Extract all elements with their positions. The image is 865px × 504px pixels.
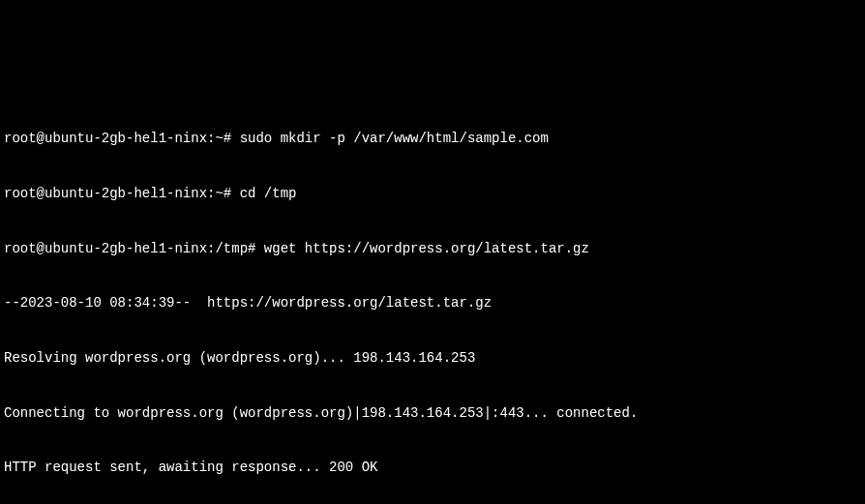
terminal-line: Resolving wordpress.org (wordpress.org).… [4,349,861,368]
terminal-line: --2023-08-10 08:34:39-- https://wordpres… [4,294,861,312]
terminal-line: Connecting to wordpress.org (wordpress.o… [4,404,861,423]
terminal-line: root@ubuntu-2gb-hel1-ninx:~# cd /tmp [4,185,861,203]
terminal-line: HTTP request sent, awaiting response... … [4,459,861,477]
terminal-line: root@ubuntu-2gb-hel1-ninx:/tmp# wget htt… [4,240,861,258]
terminal-line: root@ubuntu-2gb-hel1-ninx:~# sudo mkdir … [4,130,861,148]
terminal-window[interactable]: root@ubuntu-2gb-hel1-ninx:~# sudo mkdir … [0,91,865,504]
